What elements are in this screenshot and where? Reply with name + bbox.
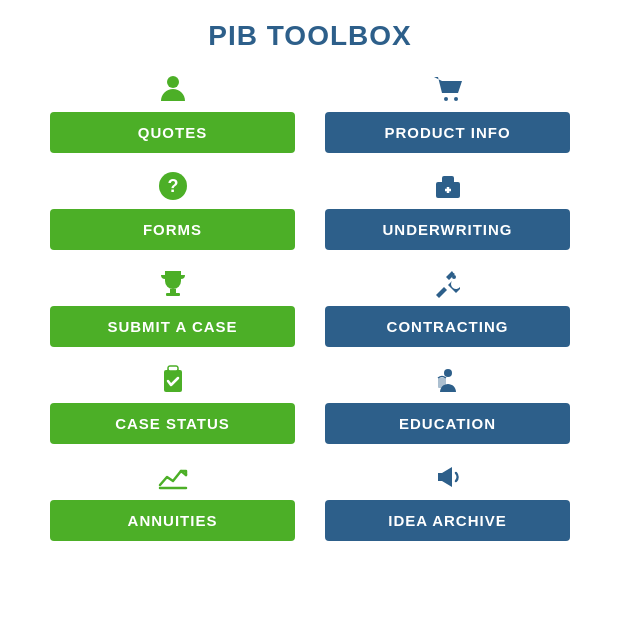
svg-point-14: [444, 369, 452, 377]
svg-rect-9: [166, 293, 180, 296]
underwriting-button[interactable]: UNDERWRITING: [325, 209, 570, 250]
cell-quotes: QUOTES: [50, 70, 295, 153]
cell-contracting: CONTRACTING: [325, 264, 570, 347]
svg-rect-15: [438, 378, 446, 388]
contracting-button[interactable]: CONTRACTING: [325, 306, 570, 347]
megaphone-icon: [432, 458, 464, 496]
cell-underwriting: UNDERWRITING: [325, 167, 570, 250]
question-icon: ?: [157, 167, 189, 205]
quotes-button[interactable]: QUOTES: [50, 112, 295, 153]
svg-point-0: [167, 76, 179, 88]
cart-icon: [432, 70, 464, 108]
cell-product-info: PRODUCT INFO: [325, 70, 570, 153]
page-title: PIB TOOLBOX: [208, 20, 411, 52]
cell-case-status: CASE STATUS: [50, 361, 295, 444]
cell-submit-a-case: SUBMIT A CASE: [50, 264, 295, 347]
education-button[interactable]: EDUCATION: [325, 403, 570, 444]
cell-idea-archive: IDEA ARCHIVE: [325, 458, 570, 541]
chart-up-icon: [157, 458, 189, 496]
svg-point-10: [452, 275, 456, 279]
svg-point-2: [454, 97, 458, 101]
annuities-button[interactable]: ANNUITIES: [50, 500, 295, 541]
cell-forms: ? FORMS: [50, 167, 295, 250]
svg-text:?: ?: [167, 176, 178, 196]
svg-point-1: [444, 97, 448, 101]
product-info-button[interactable]: PRODUCT INFO: [325, 112, 570, 153]
cell-annuities: ANNUITIES: [50, 458, 295, 541]
person-icon: [157, 70, 189, 108]
svg-rect-13: [168, 366, 178, 371]
cell-education: EDUCATION: [325, 361, 570, 444]
book-person-icon: [432, 361, 464, 399]
trophy-icon: [157, 264, 189, 302]
idea-archive-button[interactable]: IDEA ARCHIVE: [325, 500, 570, 541]
case-status-button[interactable]: CASE STATUS: [50, 403, 295, 444]
forms-button[interactable]: FORMS: [50, 209, 295, 250]
briefcase-plus-icon: [432, 167, 464, 205]
tools-icon: [432, 264, 464, 302]
submit-a-case-button[interactable]: SUBMIT A CASE: [50, 306, 295, 347]
toolbox-grid: QUOTES PRODUCT INFO ? FORMS: [50, 70, 570, 541]
svg-rect-8: [170, 289, 176, 293]
clipboard-check-icon: [157, 361, 189, 399]
